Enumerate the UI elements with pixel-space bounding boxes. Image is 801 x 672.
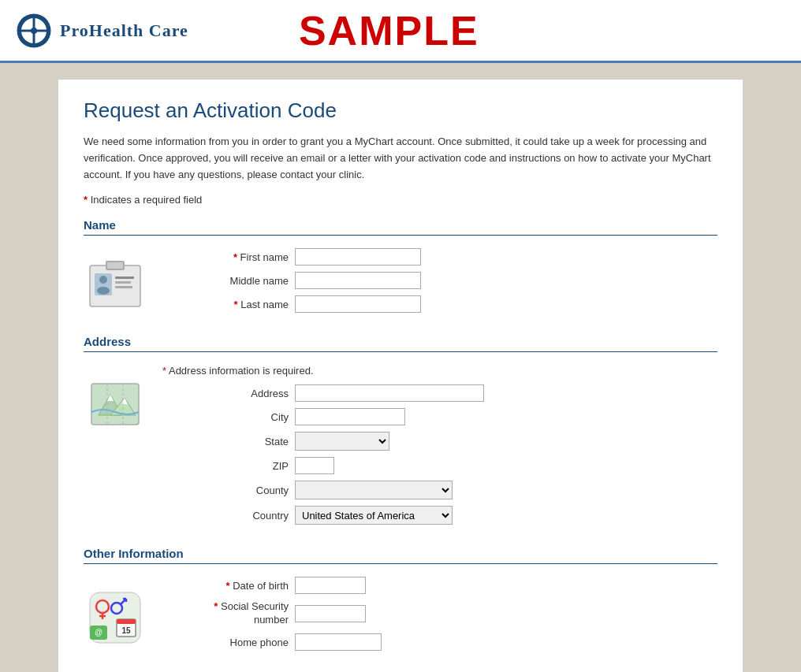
dob-row: * Date of birth	[162, 577, 717, 594]
form-container: Request an Activation Code We need some …	[58, 79, 743, 672]
country-label: Country	[162, 510, 289, 522]
county-select[interactable]	[295, 481, 453, 499]
country-row: Country United States of America Canada …	[162, 506, 717, 525]
home-phone-row: Home phone	[162, 633, 717, 651]
country-select[interactable]: United States of America Canada Mexico	[295, 506, 453, 525]
first-name-input[interactable]	[295, 248, 421, 265]
middle-name-label: Middle name	[162, 275, 289, 287]
svg-text:@: @	[95, 628, 102, 637]
other-info-section-header: Other Information	[84, 547, 717, 564]
svg-point-10	[97, 287, 110, 295]
name-section-header: Name	[84, 218, 717, 236]
svg-rect-7	[107, 262, 123, 269]
id-card-icon	[87, 256, 143, 319]
other-info-section-body: 15 @ * Date of birth	[84, 577, 717, 657]
other-info-icon: 15 @	[87, 585, 143, 648]
first-name-label: * First name	[162, 251, 289, 263]
svg-point-9	[99, 276, 107, 284]
svg-point-4	[31, 28, 37, 34]
address-label: Address	[162, 388, 289, 399]
zip-label: ZIP	[162, 460, 289, 472]
svg-rect-13	[115, 286, 132, 288]
other-info-section: Other Information	[84, 547, 717, 657]
address-section-header: Address	[84, 335, 717, 352]
id-card-icon-area	[84, 256, 147, 319]
logo-text: ProHealth Care	[60, 20, 188, 41]
last-name-label: * Last name	[162, 299, 289, 310]
county-label: County	[162, 485, 289, 496]
other-info-icon-area: 15 @	[84, 585, 147, 648]
other-info-fields: * Date of birth * Social Security number…	[162, 577, 717, 657]
logo-area: ProHealth Care	[16, 13, 188, 49]
county-row: County	[162, 481, 717, 499]
address-section-body: * Address information is required. Addre…	[84, 365, 717, 531]
name-section-body: * First name Middle name * Last name	[84, 248, 717, 319]
page-header: ProHealth Care SAMPLE	[0, 0, 801, 63]
name-section: Name	[84, 218, 717, 319]
page-wrapper: Request an Activation Code We need some …	[0, 63, 801, 672]
address-section: Address	[84, 335, 717, 531]
state-select[interactable]: WI IL MN	[295, 432, 389, 451]
first-name-row: * First name	[162, 248, 717, 265]
dob-label: * Date of birth	[162, 580, 289, 592]
address-required-note: * Address information is required.	[162, 365, 717, 377]
zip-row: ZIP	[162, 457, 717, 474]
svg-rect-12	[115, 281, 131, 284]
city-label: City	[162, 411, 289, 423]
middle-name-input[interactable]	[295, 272, 421, 289]
state-row: State WI IL MN	[162, 432, 717, 451]
svg-text:15: 15	[121, 626, 131, 635]
last-name-row: * Last name	[162, 295, 717, 313]
zip-input[interactable]	[295, 457, 334, 474]
svg-rect-30	[117, 619, 136, 624]
home-phone-label: Home phone	[162, 637, 289, 648]
ssn-input[interactable]	[295, 605, 366, 622]
address-fields: * Address information is required. Addre…	[162, 365, 717, 531]
map-icon	[87, 373, 143, 436]
state-label: State	[162, 436, 289, 447]
name-fields: * First name Middle name * Last name	[162, 248, 717, 319]
ssn-row: * Social Security number	[162, 600, 717, 627]
map-icon-area	[84, 373, 147, 436]
last-name-input[interactable]	[295, 295, 421, 313]
page-title: Request an Activation Code	[84, 98, 717, 123]
address-input[interactable]	[295, 384, 484, 402]
required-asterisk: *	[84, 194, 88, 206]
prohealth-logo-icon	[16, 13, 52, 49]
city-row: City	[162, 408, 717, 425]
home-phone-input[interactable]	[295, 633, 382, 651]
svg-rect-11	[115, 277, 134, 279]
required-note: * Indicates a required field	[84, 194, 717, 206]
city-input[interactable]	[295, 408, 405, 425]
intro-text: We need some information from you in ord…	[84, 134, 717, 183]
sample-watermark: SAMPLE	[299, 7, 479, 54]
middle-name-row: Middle name	[162, 272, 717, 289]
ssn-label: * Social Security number	[162, 600, 289, 627]
dob-input[interactable]	[295, 577, 366, 594]
address-row: Address	[162, 384, 717, 402]
